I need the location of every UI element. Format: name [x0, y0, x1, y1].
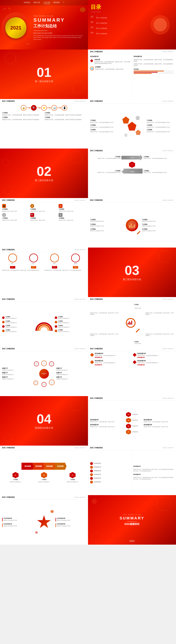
toc-line-1: — [96, 15, 107, 17]
slide-end: 2021 THE WORK PLAN SUMMARY END感谢聆听 [88, 495, 176, 544]
cover-title-cn: 工作计划总结 [33, 24, 84, 29]
cover-desc: Please replace text, click and add relev… [33, 35, 84, 40]
slide-icons-grid: 基本工作概述报告 WORK REPORT 📱 工作报告 请替换文字内容，修改文字… [0, 198, 88, 248]
end-summary: SUMMARY [120, 516, 145, 520]
slide-bubbles: 基本工作概述报告 WORK REPORT 标题文字 请替换文字内容修改文字 标题… [0, 346, 88, 396]
slide-icons-flow: 基本工作概述报告 WORK REPORT 🔒 🔍 [0, 99, 88, 148]
toc-item-3: 03 — 基本工作概述报告 [91, 26, 142, 30]
center-tech: 关键技术 [39, 369, 49, 379]
toc-title: 目录 [91, 4, 142, 11]
cover-main: 2020 2021 2022 THE WORK PLAN SUMMARY 工作计… [0, 6, 88, 50]
slide-section-02: 02 第二部分内容介绍 [0, 148, 88, 198]
slide-cover: 年终总结 新年计划 工作汇报 项目规划 ≡ 2020 2021 2022 [0, 0, 88, 50]
left-item-title: 当前位置 [94, 59, 131, 60]
end-cn: END感谢聆听 [120, 522, 145, 526]
section-03-num: 03 [123, 264, 141, 277]
section-04-num: 04 [35, 412, 53, 426]
nav-item-3[interactable]: 工作汇报 [43, 2, 50, 4]
slide-pentagons: 基本工作概述报告 WORK REPORT 工作报告 请替换文字内容，点击添加相关… [88, 99, 176, 148]
left-item-desc: 请替换文字内容，点击添加相关标题，修改文字内容，也可以直接复制内容到此直接替换文… [94, 61, 131, 64]
toc-item-2: 02 — 基本工作概述报告 [91, 20, 142, 24]
slide-rainbow: 基本工作概述报告 WORK REPORT 工作报告 请替换文字内容修改文字 [0, 297, 88, 346]
nav-menu-icon[interactable]: ≡ [63, 2, 64, 4]
rainbow-arc-svg [34, 317, 54, 332]
slide-tag-icons: 基本工作概述报告 WORK REPORT 请替换文字内容，点击添加相关标题，修改… [88, 297, 176, 346]
toc-item-1: 01 — 基本工作概述报告 [91, 15, 142, 19]
nav-item-1[interactable]: 年终总结 [24, 2, 30, 4]
slide-star-features: 基本工作概述报告 WORK REPORT 北京添加副内容 请替换文字内容修改文字… [0, 495, 88, 544]
toc-left: 目录 CONTENT 01 — 基本工作概述报告 02 — [88, 0, 144, 50]
section-02-title: 第二部分内容介绍 [35, 179, 53, 182]
cover-left-deco: 2020 2021 2022 [0, 6, 32, 50]
year-2022: 2022 [26, 43, 30, 45]
slide-header-badge: WORK REPORT [163, 51, 174, 52]
toc-item-4: 04 — 基本工作概述报告 [91, 31, 142, 35]
slide-steps-16: 基本工作概述报告 WORK REPORT 1 添加标题内容 2 添加标题内容 3 [88, 446, 176, 495]
end-tagline: THE WORK PLAN [120, 514, 145, 516]
section-03-title: 第三部分内容介绍 [123, 278, 141, 281]
section-01-num: 01 [35, 66, 53, 79]
nav-bar: 年终总结 新年计划 工作汇报 项目规划 ≡ [0, 0, 88, 6]
slide-hex-steps: 基本工作概述报告 WORK REPORT 添加标题 添加标题 添加标题 添加标题… [0, 446, 88, 495]
slide-magnifier: 基本工作概述报告 WORK REPORT 工作报告 请替换文字内容修改文字内容 … [88, 198, 176, 248]
cover-tagline: THE WORK PLAN [33, 15, 84, 17]
cover-subtitle: 商业计划书/工作计划/工作报告 [33, 32, 84, 34]
cover-summary-en: SUMMARY [33, 17, 84, 23]
slide-header-title: 基本工作概述报告 [90, 50, 103, 53]
toc-subtitle: CONTENT [91, 11, 142, 13]
slide-diamond-content: 基本工作概述报告 WORK REPORT 添加标题内容 当前位置 请替换文字内容… [88, 50, 176, 99]
slide-section-01: 01 第一部分内容介绍 [0, 50, 88, 99]
cover-right-content: THE WORK PLAN SUMMARY 工作计划总结 商业计划书/工作计划/… [32, 6, 88, 50]
slide-arrows-flow: 基本工作概述报告 WORK REPORT 工作报告 请替换文字内容，点击添加相关… [88, 148, 176, 198]
left-col-title: 添加标题内容 [90, 56, 131, 58]
year-badge: 2021 [5, 17, 26, 38]
nav-item-2[interactable]: 新年计划 [34, 2, 40, 4]
slide-numbered-flow: 基本工作概述报告 WORK REPORT 添加标题内容 请替换文字内容，点击添加… [88, 396, 176, 446]
nav-item-4[interactable]: 项目规划 [53, 2, 60, 4]
slide-toc: 目录 CONTENT 01 — 基本工作概述报告 02 — [88, 0, 176, 50]
slide-circles-row: 基本工作概述报告 WORK REPORT 第一 第二 第三 [0, 248, 88, 297]
section-04-title: 第四部分内容介绍 [35, 426, 53, 430]
slide-section-04: 04 第四部分内容介绍 [0, 396, 88, 446]
slide-section-03: 03 第三部分内容介绍 [88, 248, 176, 297]
toc-right [144, 0, 176, 50]
section-02-num: 02 [35, 165, 53, 178]
right-col-title: 添加标题内容 [134, 56, 174, 58]
slides-wrapper: 年终总结 新年计划 工作汇报 项目规划 ≡ 2020 2021 2022 [0, 0, 176, 544]
section-01-title: 第一部分内容介绍 [35, 80, 53, 83]
slide-numbered-diamonds: 基本工作概述报告 WORK REPORT 添加标题内容 请替换文字内容，点击添加… [88, 346, 176, 396]
globe-title: 全球视野 [95, 66, 123, 68]
